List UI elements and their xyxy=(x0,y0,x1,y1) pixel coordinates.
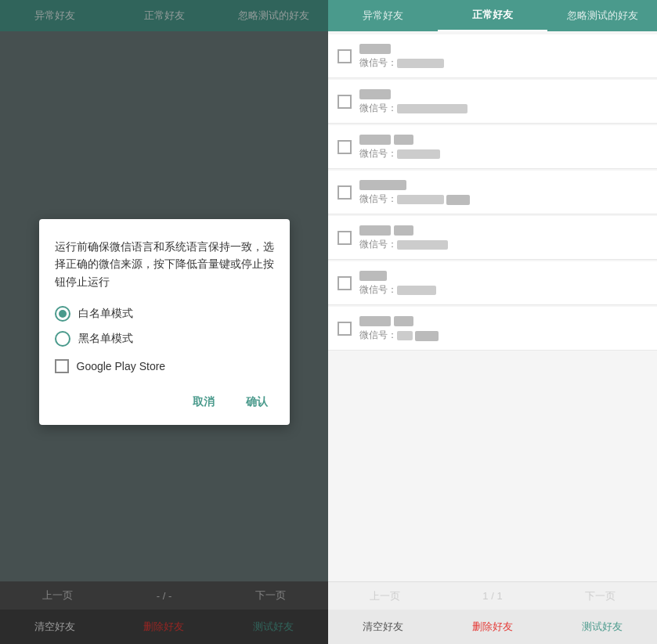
right-action-bar: 清空好友 删除好友 测试好友 xyxy=(328,610,657,644)
right-panel: 异常好友 正常好友 忽略测试的好友 微信号： 微信号： 微信号： xyxy=(328,0,657,644)
checkbox-google-play[interactable]: Google Play Store xyxy=(55,359,274,373)
dialog-overlay: 运行前确保微信语言和系统语言保持一致，选择正确的微信来源，按下降低音量键或停止按… xyxy=(0,0,328,644)
right-clear-btn[interactable]: 清空好友 xyxy=(363,620,403,634)
radio-whitelist-circle xyxy=(55,306,70,322)
friend-name-6 xyxy=(359,315,648,326)
friend-checkbox-4[interactable] xyxy=(338,231,352,245)
friend-wechat-1: 微信号： xyxy=(359,102,648,115)
friend-name-5 xyxy=(359,269,648,281)
dialog-buttons: 取消 确认 xyxy=(55,389,274,412)
friend-checkbox-2[interactable] xyxy=(338,140,352,154)
checkbox-google-play-box xyxy=(55,359,69,373)
friend-checkbox-6[interactable] xyxy=(338,322,352,336)
friend-checkbox-0[interactable] xyxy=(338,49,352,63)
dialog: 运行前确保微信语言和系统语言保持一致，选择正确的微信来源，按下降低音量键或停止按… xyxy=(39,219,290,425)
radio-group: 白名单模式 黑名单模式 xyxy=(55,306,274,347)
radio-whitelist[interactable]: 白名单模式 xyxy=(55,306,274,322)
friend-wechat-4: 微信号： xyxy=(359,238,648,251)
friend-checkbox-5[interactable] xyxy=(338,276,352,290)
list-item: 微信号： xyxy=(328,171,657,214)
radio-blacklist-label: 黑名单模式 xyxy=(78,332,133,346)
right-test-btn[interactable]: 测试好友 xyxy=(582,620,623,634)
right-page-nav: 上一页 1 / 1 下一页 xyxy=(328,581,657,610)
right-delete-btn[interactable]: 删除好友 xyxy=(472,620,513,634)
friend-list: 微信号： 微信号： 微信号： 微信号： xyxy=(328,31,657,581)
left-panel: 异常好友 正常好友 忽略测试的好友 亿 亿码融动 YMKUZHAN.COM 运行… xyxy=(0,0,328,644)
friend-name-3 xyxy=(359,178,648,190)
friend-checkbox-1[interactable] xyxy=(338,95,352,109)
dialog-message: 运行前确保微信语言和系统语言保持一致，选择正确的微信来源，按下降低音量键或停止按… xyxy=(55,238,274,290)
friend-name-0 xyxy=(359,42,648,54)
friend-wechat-2: 微信号： xyxy=(359,147,648,160)
right-tab-ignored[interactable]: 忽略测试的好友 xyxy=(547,0,657,31)
friend-wechat-5: 微信号： xyxy=(359,283,648,297)
radio-blacklist[interactable]: 黑名单模式 xyxy=(55,331,274,347)
list-item: 微信号： xyxy=(328,80,657,124)
list-item: 微信号： xyxy=(328,216,657,260)
radio-blacklist-circle xyxy=(55,331,70,347)
right-page-current: 1 / 1 xyxy=(482,590,502,602)
friend-wechat-0: 微信号： xyxy=(359,56,648,70)
friend-name-1 xyxy=(359,88,648,99)
right-next-page[interactable]: 下一页 xyxy=(585,589,615,603)
right-tab-normal[interactable]: 正常好友 xyxy=(438,0,547,31)
friend-name-2 xyxy=(359,133,648,145)
right-bottom-bar: 上一页 1 / 1 下一页 清空好友 删除好友 测试好友 xyxy=(328,581,657,644)
radio-whitelist-label: 白名单模式 xyxy=(78,307,133,321)
right-tab-bar: 异常好友 正常好友 忽略测试的好友 xyxy=(328,0,657,31)
friend-checkbox-3[interactable] xyxy=(338,185,352,200)
cancel-button[interactable]: 取消 xyxy=(186,392,221,412)
right-prev-page[interactable]: 上一页 xyxy=(370,589,400,603)
list-item: 微信号： xyxy=(328,261,657,305)
list-item: 微信号： xyxy=(328,34,657,78)
right-tab-abnormal[interactable]: 异常好友 xyxy=(328,0,438,31)
checkbox-google-play-label: Google Play Store xyxy=(77,360,166,372)
friend-wechat-6: 微信号： xyxy=(359,329,648,342)
confirm-button[interactable]: 确认 xyxy=(240,392,274,412)
list-item: 微信号： xyxy=(328,125,657,169)
list-item: 微信号： xyxy=(328,307,657,351)
friend-wechat-3: 微信号： xyxy=(359,192,648,206)
friend-name-4 xyxy=(359,224,648,236)
